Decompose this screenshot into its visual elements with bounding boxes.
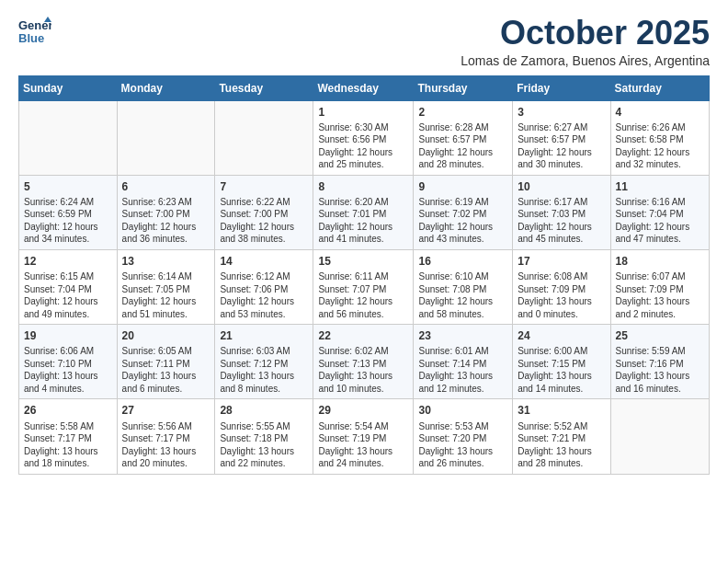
- day-number: 20: [122, 328, 210, 343]
- day-info: and 49 minutes.: [24, 308, 112, 321]
- day-info: Daylight: 13 hours: [318, 445, 408, 458]
- day-number: 13: [122, 254, 210, 269]
- day-info: Daylight: 12 hours: [24, 295, 112, 308]
- day-info: Sunset: 7:09 PM: [616, 283, 704, 296]
- logo-icon: General Blue: [18, 15, 51, 48]
- day-info: and 0 minutes.: [518, 308, 605, 321]
- day-info: Sunrise: 6:00 AM: [518, 345, 605, 358]
- day-info: Daylight: 13 hours: [418, 445, 507, 458]
- day-info: Daylight: 13 hours: [518, 295, 605, 308]
- day-info: Daylight: 12 hours: [318, 146, 408, 159]
- day-info: Sunset: 7:09 PM: [518, 283, 605, 296]
- calendar-cell: 13Sunrise: 6:14 AMSunset: 7:05 PMDayligh…: [117, 249, 215, 324]
- day-number: 22: [318, 328, 408, 343]
- day-number: 29: [318, 403, 408, 418]
- day-info: and 20 minutes.: [122, 457, 210, 470]
- svg-text:Blue: Blue: [18, 31, 44, 45]
- day-info: Daylight: 13 hours: [220, 370, 308, 383]
- calendar-cell: 18Sunrise: 6:07 AMSunset: 7:09 PMDayligh…: [610, 249, 709, 324]
- day-number: 21: [220, 328, 308, 343]
- calendar-cell: 19Sunrise: 6:06 AMSunset: 7:10 PMDayligh…: [19, 325, 118, 399]
- day-info: Sunrise: 6:26 AM: [616, 121, 704, 134]
- day-info: and 58 minutes.: [418, 308, 507, 321]
- day-number: 17: [518, 254, 605, 269]
- week-row-1: 1Sunrise: 6:30 AMSunset: 6:56 PMDaylight…: [19, 100, 710, 175]
- day-number: 14: [220, 254, 308, 269]
- day-info: Sunrise: 5:52 AM: [518, 420, 605, 433]
- day-info: Sunset: 7:17 PM: [24, 432, 112, 445]
- day-info: Daylight: 13 hours: [122, 445, 210, 458]
- day-info: and 2 minutes.: [616, 308, 704, 321]
- day-info: Sunrise: 6:12 AM: [220, 270, 308, 283]
- calendar-cell: 15Sunrise: 6:11 AMSunset: 7:07 PMDayligh…: [313, 249, 414, 324]
- day-info: Sunrise: 5:55 AM: [220, 420, 308, 433]
- calendar-cell: 10Sunrise: 6:17 AMSunset: 7:03 PMDayligh…: [513, 175, 610, 249]
- day-info: Daylight: 13 hours: [418, 370, 507, 383]
- day-info: and 43 minutes.: [418, 233, 507, 246]
- day-info: Sunrise: 6:11 AM: [318, 270, 408, 283]
- day-info: Sunrise: 6:06 AM: [24, 345, 112, 358]
- calendar-cell: 22Sunrise: 6:02 AMSunset: 7:13 PMDayligh…: [313, 325, 414, 399]
- day-info: Sunset: 7:14 PM: [418, 358, 507, 371]
- day-info: Sunset: 7:04 PM: [24, 283, 112, 296]
- day-info: Sunrise: 6:30 AM: [318, 121, 408, 134]
- day-info: Sunrise: 6:10 AM: [418, 270, 507, 283]
- day-number: 31: [518, 403, 605, 418]
- day-info: Daylight: 12 hours: [122, 295, 210, 308]
- day-info: Sunrise: 6:17 AM: [518, 196, 605, 209]
- calendar-cell: 7Sunrise: 6:22 AMSunset: 7:00 PMDaylight…: [215, 175, 313, 249]
- day-info: Daylight: 13 hours: [616, 295, 704, 308]
- calendar-cell: 21Sunrise: 6:03 AMSunset: 7:12 PMDayligh…: [215, 325, 313, 399]
- day-info: Sunrise: 6:23 AM: [122, 196, 210, 209]
- calendar-cell: 24Sunrise: 6:00 AMSunset: 7:15 PMDayligh…: [513, 325, 610, 399]
- day-info: and 6 minutes.: [122, 383, 210, 396]
- calendar-cell: 16Sunrise: 6:10 AMSunset: 7:08 PMDayligh…: [414, 249, 513, 324]
- day-info: Sunset: 6:59 PM: [24, 208, 112, 221]
- day-info: Sunset: 6:56 PM: [318, 133, 408, 146]
- day-info: Sunrise: 6:15 AM: [24, 270, 112, 283]
- day-info: and 28 minutes.: [418, 158, 507, 171]
- day-number: 10: [518, 179, 605, 194]
- day-info: Sunrise: 6:27 AM: [518, 121, 605, 134]
- day-number: 19: [24, 328, 112, 343]
- day-info: and 30 minutes.: [518, 158, 605, 171]
- week-row-3: 12Sunrise: 6:15 AMSunset: 7:04 PMDayligh…: [19, 249, 710, 324]
- day-number: 7: [220, 179, 308, 194]
- weekday-header-sunday: Sunday: [19, 75, 118, 100]
- day-info: Sunrise: 6:02 AM: [318, 345, 408, 358]
- calendar-cell: 26Sunrise: 5:58 AMSunset: 7:17 PMDayligh…: [19, 399, 118, 474]
- day-number: 24: [518, 328, 605, 343]
- day-info: Daylight: 12 hours: [616, 221, 704, 234]
- calendar-cell: 14Sunrise: 6:12 AMSunset: 7:06 PMDayligh…: [215, 249, 313, 324]
- day-info: and 18 minutes.: [24, 457, 112, 470]
- day-info: Daylight: 13 hours: [518, 445, 605, 458]
- day-info: Sunrise: 6:07 AM: [616, 270, 704, 283]
- day-info: Daylight: 13 hours: [24, 370, 112, 383]
- day-info: and 47 minutes.: [616, 233, 704, 246]
- day-info: Daylight: 12 hours: [616, 146, 704, 159]
- day-info: Sunset: 7:15 PM: [518, 358, 605, 371]
- calendar-cell: [215, 100, 313, 175]
- day-info: and 16 minutes.: [616, 383, 704, 396]
- day-info: and 10 minutes.: [318, 383, 408, 396]
- day-number: 30: [418, 403, 507, 418]
- day-info: Daylight: 13 hours: [24, 445, 112, 458]
- day-info: Sunset: 7:13 PM: [318, 358, 408, 371]
- weekday-header-monday: Monday: [117, 75, 215, 100]
- calendar-cell: 12Sunrise: 6:15 AMSunset: 7:04 PMDayligh…: [19, 249, 118, 324]
- calendar-cell: 31Sunrise: 5:52 AMSunset: 7:21 PMDayligh…: [513, 399, 610, 474]
- day-info: Sunset: 7:00 PM: [220, 208, 308, 221]
- day-number: 12: [24, 254, 112, 269]
- day-info: and 56 minutes.: [318, 308, 408, 321]
- day-info: and 12 minutes.: [418, 383, 507, 396]
- day-info: Sunrise: 6:20 AM: [318, 196, 408, 209]
- day-info: and 25 minutes.: [318, 158, 408, 171]
- day-info: and 38 minutes.: [220, 233, 308, 246]
- day-info: and 53 minutes.: [220, 308, 308, 321]
- calendar-cell: 23Sunrise: 6:01 AMSunset: 7:14 PMDayligh…: [414, 325, 513, 399]
- calendar-cell: 3Sunrise: 6:27 AMSunset: 6:57 PMDaylight…: [513, 100, 610, 175]
- day-number: 27: [122, 403, 210, 418]
- day-info: and 41 minutes.: [318, 233, 408, 246]
- day-info: Sunset: 7:02 PM: [418, 208, 507, 221]
- month-title: October 2025: [461, 15, 710, 52]
